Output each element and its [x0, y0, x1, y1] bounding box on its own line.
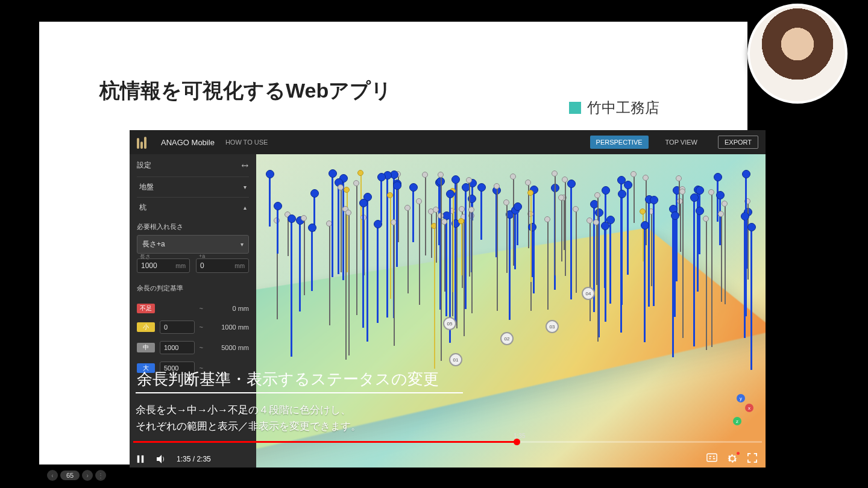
- app-brand: ANAGO Mobile: [161, 138, 215, 147]
- settings-gear-icon[interactable]: [727, 453, 738, 464]
- criteria-row-medium: 中 1000 ~ 5000 mm: [137, 341, 249, 354]
- unit-label: mm: [234, 263, 245, 269]
- video-caption: 余長判断基準・表示するステータスの変更 余長を大→中→小→不足の４段階に色分けし…: [136, 368, 463, 434]
- small-input[interactable]: 0: [160, 321, 195, 334]
- criteria-row-shortage: 不足 ~ 0 mm: [137, 304, 249, 313]
- badge-shortage: 不足: [137, 304, 155, 313]
- accordion-pile[interactable]: 杭 ▴: [137, 197, 249, 217]
- medium-range: 5000 mm: [208, 344, 249, 351]
- length-mode-select[interactable]: 長さ+a ▾: [137, 235, 249, 254]
- medium-input[interactable]: 1000: [160, 341, 195, 354]
- slide: 杭情報を可視化するWebアプリ 竹中工務店 ANAGO Mobile HOW T…: [39, 22, 747, 465]
- more-menu-icon[interactable]: ⋮: [95, 470, 106, 481]
- accordion-ground[interactable]: 地盤 ▾: [137, 177, 249, 197]
- tab-top-view[interactable]: TOP VIEW: [659, 136, 703, 149]
- length-mode-value: 長さ+a: [142, 239, 165, 249]
- svg-rect-3: [707, 454, 717, 461]
- badge-medium: 中: [137, 343, 155, 352]
- volume-icon[interactable]: [156, 454, 166, 464]
- chevron-up-icon: ▴: [244, 204, 247, 211]
- hover-time: 1:35: [514, 433, 525, 439]
- page-number[interactable]: 65: [60, 471, 80, 480]
- plus-a-tiny-label: +a: [199, 253, 205, 259]
- axis-gizmo[interactable]: y x z: [720, 394, 753, 428]
- svg-marker-2: [157, 455, 162, 463]
- pause-icon[interactable]: [136, 454, 145, 464]
- dropdown-icon: ▾: [241, 241, 244, 248]
- how-to-use-link[interactable]: HOW TO USE: [225, 139, 268, 146]
- small-range: 1000 mm: [208, 324, 249, 331]
- length-value: 1000: [141, 261, 157, 270]
- anago-app: ANAGO Mobile HOW TO USE PERSPECTIVE TOP …: [130, 130, 766, 468]
- criteria-label: 余長の判定基準: [137, 283, 249, 296]
- total-time: 2:35: [197, 455, 210, 463]
- collapse-icon[interactable]: ⤢: [239, 160, 251, 172]
- svg-rect-1: [142, 455, 144, 463]
- next-page-button[interactable]: ›: [82, 470, 93, 481]
- accordion-pile-label: 杭: [139, 202, 146, 213]
- company-name: 竹中工務店: [587, 98, 659, 117]
- accordion-ground-label: 地盤: [139, 182, 154, 192]
- app-header: ANAGO Mobile HOW TO USE PERSPECTIVE TOP …: [130, 130, 766, 154]
- svg-rect-0: [137, 455, 140, 463]
- axis-x-icon: x: [745, 404, 753, 412]
- app-logo-icon: [137, 136, 150, 149]
- captions-icon[interactable]: [706, 453, 717, 464]
- axis-z-icon: z: [733, 417, 741, 425]
- length-tiny-label: 長さ: [140, 253, 151, 261]
- video-player-bar: 1:35 1:35 / 2:35: [130, 441, 766, 468]
- chevron-down-icon: ▾: [244, 184, 247, 190]
- plus-a-value: 0: [200, 261, 204, 270]
- export-button[interactable]: EXPORT: [718, 136, 758, 149]
- shortage-range: 0 mm: [208, 305, 249, 312]
- company-label: 竹中工務店: [569, 98, 659, 117]
- bottom-toolbar: ‹ 65 › ⋮: [47, 470, 106, 481]
- slide-title: 杭情報を可視化するWebアプリ: [99, 77, 392, 105]
- axis-y-icon: y: [737, 394, 745, 402]
- unit-label: mm: [175, 263, 186, 269]
- current-time: 1:35: [177, 455, 190, 463]
- caption-title: 余長判断基準・表示するステータスの変更: [136, 368, 463, 393]
- length-input[interactable]: 長さ 1000 mm: [137, 258, 190, 273]
- required-length-label: 必要根入れ長さ: [137, 221, 249, 235]
- panel-title: 設定: [137, 160, 151, 170]
- company-color-swatch: [569, 102, 581, 114]
- caption-line-1: 余長を大→中→小→不足の４段階に色分けし、: [136, 402, 463, 418]
- criteria-row-small: 小 0 ~ 1000 mm: [137, 321, 249, 334]
- fullscreen-icon[interactable]: [747, 453, 758, 464]
- progress-bar[interactable]: 1:35: [133, 441, 762, 443]
- tab-perspective[interactable]: PERSPECTIVE: [590, 136, 649, 149]
- time-display: 1:35 / 2:35: [177, 455, 211, 463]
- presenter-avatar: [747, 4, 848, 104]
- caption-line-2: それぞれの範囲と表示／非表示を変更できます。: [136, 418, 463, 434]
- plus-a-input[interactable]: +a 0 mm: [196, 258, 249, 273]
- badge-small: 小: [137, 322, 155, 332]
- prev-page-button[interactable]: ‹: [47, 470, 58, 481]
